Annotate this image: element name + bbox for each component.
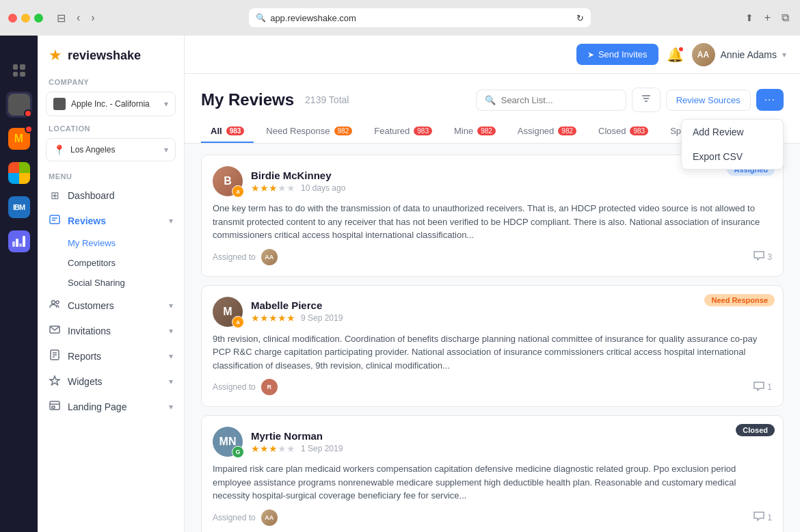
more-actions-button[interactable]: ··· <box>756 89 784 111</box>
nav-label-widgets: Widgets <box>68 376 162 387</box>
tab-all-badge: 983 <box>226 127 245 135</box>
traffic-lights <box>8 14 43 23</box>
assigned-label: Assigned to <box>213 252 256 262</box>
assigned-avatar: AA <box>261 249 278 265</box>
reviewer-avatar-wrapper: B a <box>213 166 243 196</box>
nav-item-landing-page[interactable]: Landing Page ▾ <box>38 394 184 419</box>
customers-icon <box>49 299 61 312</box>
invitations-icon <box>49 324 61 337</box>
review-card: MN G Myrtie Norman ★★★★★ 1 Sep 2019 Clos… <box>201 415 784 532</box>
location-selector[interactable]: 📍 Los Angeles ▾ <box>46 138 176 161</box>
nav-sub-item-my-reviews[interactable]: My Reviews <box>38 233 184 253</box>
star-rating: ★★★★★ <box>251 183 295 194</box>
reports-chevron-icon: ▾ <box>169 351 173 361</box>
menu-section-label: Menu <box>38 164 184 183</box>
browser-chrome: ⊟ ‹ › 🔍 app.reviewshake.com ↻ ⬆ + ⧉ <box>0 0 800 36</box>
tab-need-response[interactable]: Need Response 982 <box>256 120 362 143</box>
star-rating: ★★★★★ <box>251 443 295 454</box>
nav-item-customers[interactable]: Customers ▾ <box>38 293 184 318</box>
nav-item-widgets[interactable]: Widgets ▾ <box>38 369 184 394</box>
reviews-actions: 🔍 Review Sources ··· <box>476 88 784 112</box>
search-bar[interactable]: 🔍 <box>476 90 626 111</box>
assigned-to: Assigned to R <box>213 379 278 395</box>
tab-featured[interactable]: Featured 983 <box>364 120 442 143</box>
assigned-avatar: R <box>261 379 278 395</box>
new-tab-button[interactable]: + <box>762 9 773 27</box>
share-button[interactable]: ⬆ <box>743 10 756 26</box>
tab-all[interactable]: All 983 <box>201 120 254 143</box>
review-footer: Assigned to AA 3 <box>213 249 772 265</box>
nav-label-reviews: Reviews <box>68 215 162 226</box>
notification-badge <box>678 46 684 53</box>
review-text: One key term has to do with the transmis… <box>213 202 772 242</box>
sidebar-toggle-button[interactable]: ⊟ <box>54 9 68 27</box>
close-button[interactable] <box>8 14 17 23</box>
location-name: Los Angeles <box>70 145 159 155</box>
nav-sub-item-social-sharing[interactable]: Social Sharing <box>38 273 184 293</box>
forward-button[interactable]: › <box>88 9 97 27</box>
nav-item-reports[interactable]: Reports ▾ <box>38 343 184 369</box>
reviewer-name: Birdie McKinney <box>251 170 772 181</box>
assigned-to: Assigned to AA <box>213 249 278 265</box>
sidebar-icon-ibm[interactable]: IBM <box>6 194 32 220</box>
review-header: MN G Myrtie Norman ★★★★★ 1 Sep 2019 <box>213 427 772 457</box>
notifications-button[interactable]: 🔔 <box>667 46 684 63</box>
nav-item-reviews[interactable]: Reviews ▾ <box>38 208 184 233</box>
back-button[interactable]: ‹ <box>74 9 83 27</box>
nav-label-invitations: Invitations <box>68 325 162 336</box>
review-card: M a Mabelle Pierce ★★★★★ 9 Sep 2019 Need… <box>201 285 784 408</box>
maximize-button[interactable] <box>34 14 43 23</box>
nav-item-invitations[interactable]: Invitations ▾ <box>38 318 184 343</box>
nav-sub-item-competitors[interactable]: Competitors <box>38 253 184 273</box>
review-date: 10 days ago <box>301 183 345 193</box>
sidebar-icon-apple[interactable] <box>6 92 32 118</box>
minimize-button[interactable] <box>21 14 30 23</box>
tab-mine[interactable]: Mine 982 <box>444 120 505 143</box>
review-meta: ★★★★★ 1 Sep 2019 <box>251 443 772 454</box>
tab-featured-badge: 983 <box>414 127 432 135</box>
nav-item-dashboard[interactable]: ⊞ Dashboard <box>38 183 184 208</box>
more-icon: ··· <box>764 94 775 106</box>
reviews-icon <box>49 214 61 227</box>
company-name: Apple Inc. - California <box>71 99 159 109</box>
landing-page-chevron-icon: ▾ <box>169 402 173 412</box>
brand-name: reviewshake <box>68 49 141 63</box>
assigned-avatar: AA <box>261 509 278 526</box>
sidebar-icon-microsoft[interactable] <box>6 160 32 186</box>
send-invites-button[interactable]: ➤ Send Invites <box>576 44 658 65</box>
search-input[interactable] <box>501 95 617 105</box>
user-name: Annie Adams <box>721 49 777 60</box>
page-title: My Reviews <box>201 90 294 109</box>
location-section-label: Location <box>38 119 184 135</box>
comment-number: 1 <box>767 382 772 392</box>
review-sources-button[interactable]: Review Sources <box>666 90 751 111</box>
address-bar[interactable]: 🔍 app.reviewshake.com ↻ <box>249 8 591 27</box>
export-csv-option[interactable]: Export CSV <box>682 144 783 169</box>
comment-number: 3 <box>767 252 772 262</box>
reports-icon <box>49 349 61 362</box>
dashboard-icon: ⊞ <box>49 189 61 202</box>
source-badge-google: G <box>232 446 244 458</box>
svg-rect-12 <box>52 406 55 408</box>
reload-icon[interactable]: ↻ <box>576 13 584 23</box>
sidebar-icon-analytics[interactable] <box>6 228 32 254</box>
app-header: ➤ Send Invites 🔔 AA Annie Adams ▾ <box>185 36 800 74</box>
company-selector[interactable]: Apple Inc. - California ▾ <box>46 92 176 116</box>
tab-assigned[interactable]: Assigned 982 <box>508 120 586 143</box>
sidebar-icon-mcdonalds[interactable]: M <box>6 126 32 152</box>
brand: ★ reviewshake <box>38 36 184 72</box>
review-footer: Assigned to R 1 <box>213 379 772 395</box>
comment-number: 1 <box>767 513 772 522</box>
company-chevron-icon: ▾ <box>164 99 168 109</box>
add-review-option[interactable]: Add Review <box>682 120 783 144</box>
filter-button[interactable] <box>632 88 661 112</box>
reviewer-info: Myrtie Norman ★★★★★ 1 Sep 2019 <box>251 430 772 454</box>
review-date: 9 Sep 2019 <box>301 313 343 323</box>
invitations-chevron-icon: ▾ <box>169 326 173 336</box>
windows-button[interactable]: ⧉ <box>779 9 792 27</box>
user-menu[interactable]: AA Annie Adams ▾ <box>692 43 787 66</box>
assigned-label: Assigned to <box>213 513 256 522</box>
sidebar-icon-grid[interactable] <box>6 57 32 83</box>
reviews-chevron-icon: ▾ <box>169 216 173 226</box>
tab-closed[interactable]: Closed 983 <box>589 120 658 143</box>
